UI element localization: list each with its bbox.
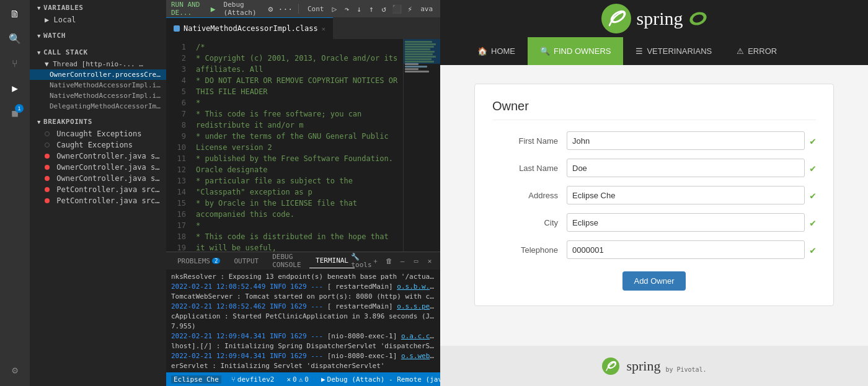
- terminal-trash-btn[interactable]: 🗑: [383, 255, 394, 266]
- bp-dot-pet-81: [45, 198, 50, 203]
- call-stack-frame-3[interactable]: NativeMethodAccessorImpl.invoke(Object, …: [30, 90, 166, 101]
- toolbar-sep-1: [298, 4, 299, 14]
- watch-arrow: ▼: [37, 33, 41, 39]
- bp-dot-owner-67: [45, 154, 50, 159]
- form-row-address: Address ✔: [492, 186, 816, 204]
- breakpoints-header[interactable]: ▼ BREAKPOINTS: [30, 114, 166, 128]
- minimap-content: [404, 39, 440, 74]
- bp-pet-81[interactable]: PetController.java src/main/java/or... 8…: [30, 195, 166, 206]
- terminal-tools-btn[interactable]: 🔧 tools: [356, 255, 367, 266]
- nav-error[interactable]: ⚠ ERROR: [724, 37, 789, 65]
- telephone-input[interactable]: [567, 240, 805, 259]
- bp-caught[interactable]: Caught Exceptions: [30, 139, 166, 151]
- terminal-actions: 🔧 tools ＋ 🗑 — ▭ ✕: [356, 255, 435, 266]
- call-stack-frame-1[interactable]: OwnerController.processCreationForm(Owne…: [30, 69, 166, 80]
- term-line-0: nksResolver : Exposing 13 endpoint(s) be…: [171, 272, 435, 282]
- term-line-8: 2022-02-21 12:09:04.341 INFO 1629 --- [n…: [171, 351, 435, 361]
- call-stack-frame-2[interactable]: NativeMethodAccessorImpl.invoke0(Method,…: [30, 80, 166, 90]
- watch-header[interactable]: ▼ WATCH: [30, 28, 166, 42]
- line-numbers: 12345 678910 1112131415 1617181920 21222…: [166, 39, 191, 252]
- debug-hotswap-btn[interactable]: ⚡: [405, 2, 414, 15]
- add-owner-button[interactable]: Add Owner: [622, 271, 685, 291]
- terminal-close-btn[interactable]: ✕: [424, 255, 435, 266]
- debug-continue-btn[interactable]: ▷: [330, 2, 339, 15]
- owner-form: Owner First Name ✔ Last Name ✔ Address: [474, 84, 834, 306]
- call-stack-thread[interactable]: ▼ Thread [http-nio-... PAUSED ON BREAKPO…: [30, 59, 166, 69]
- status-debug[interactable]: ▶ Debug (Attach) - Remote (java-spring-p…: [319, 375, 440, 384]
- debug-step-over-btn[interactable]: ↷: [342, 2, 351, 15]
- terminal-maximize-btn[interactable]: ▭: [410, 255, 422, 266]
- address-input[interactable]: [567, 186, 805, 204]
- code-editor[interactable]: 12345 678910 1112131415 1617181920 21222…: [166, 39, 440, 252]
- search-icon[interactable]: 🔍: [4, 27, 26, 50]
- term-line-1: 2022-02-21 12:08:52.449 INFO 1629 --- [ …: [171, 282, 435, 292]
- first-name-check: ✔: [810, 135, 816, 147]
- status-eclipse-item[interactable]: Eclipse Che: [171, 375, 221, 384]
- bp-dot-pet-78: [45, 187, 50, 192]
- spring-nav: 🏠 HOME 🔍 FIND OWNERS ☰ VETERINARIANS ⚠ E…: [440, 37, 868, 65]
- form-title: Owner: [492, 99, 816, 120]
- status-branch[interactable]: ⑂ devfilev2: [229, 375, 277, 384]
- status-errors[interactable]: ✕ 0 ⚠ 0: [284, 375, 311, 384]
- footer-logo: spring by Pivotal.: [601, 357, 706, 375]
- vets-icon: ☰: [636, 46, 643, 56]
- problems-tab[interactable]: PROBLEMS 2: [171, 253, 226, 268]
- telephone-wrap: ✔: [567, 240, 816, 259]
- terminal-add-btn[interactable]: ＋: [370, 255, 381, 266]
- first-name-input[interactable]: [567, 131, 805, 150]
- spring-panel: spring 🏠 HOME 🔍 FIND OWNERS ☰ VETERINARI…: [440, 0, 868, 386]
- last-name-check: ✔: [810, 162, 816, 174]
- code-content: /* * Copyright (c) 2001, 2013, Oracle an…: [191, 39, 403, 252]
- terminal-panel: PROBLEMS 2 OUTPUT DEBUG CONSOLE TERMINAL…: [166, 252, 440, 372]
- debug-step-into-btn[interactable]: ↓: [355, 2, 363, 15]
- debug-restart-btn[interactable]: ↺: [379, 2, 388, 15]
- bp-pet-78[interactable]: PetController.java src/main/java/or... 7…: [30, 184, 166, 195]
- spring-footer: spring by Pivotal.: [440, 346, 868, 386]
- debug-step-out-btn[interactable]: ↑: [367, 2, 376, 15]
- more-btn[interactable]: ···: [278, 2, 292, 15]
- call-stack-header[interactable]: ▼ CALL STACK: [30, 45, 166, 59]
- extensions2-icon[interactable]: ⚙: [4, 359, 26, 381]
- tab-bar: NativeMethodAccessorImpl.class ✕: [166, 17, 440, 39]
- term-line-2: TomcatWebServer : Tomcat started on port…: [171, 292, 435, 302]
- address-wrap: ✔: [567, 186, 816, 204]
- bp-owner-67[interactable]: OwnerController.java src/main/jav... 67: [30, 151, 166, 162]
- settings-btn[interactable]: ⚙: [266, 2, 275, 15]
- bp-owner-111[interactable]: OwnerController.java src/main/jav... 111: [30, 173, 166, 184]
- nav-veterinarians[interactable]: ☰ VETERINARIANS: [623, 37, 724, 65]
- city-label: City: [492, 218, 567, 227]
- debug-icon[interactable]: ▶: [4, 77, 26, 99]
- active-tab[interactable]: NativeMethodAccessorImpl.class ✕: [166, 17, 333, 39]
- debug-play-btn[interactable]: ▶: [209, 2, 218, 15]
- git-icon[interactable]: ⑂: [4, 52, 26, 74]
- extensions-icon[interactable]: ■: [4, 102, 26, 124]
- local-item[interactable]: ▶ Local: [30, 14, 166, 25]
- city-input[interactable]: [567, 213, 805, 232]
- debug-console-tab[interactable]: DEBUG CONSOLE: [266, 253, 308, 268]
- variables-header[interactable]: ▼ VARIABLES: [30, 0, 166, 14]
- city-check: ✔: [810, 217, 816, 229]
- output-tab[interactable]: OUTPUT: [228, 253, 265, 268]
- bp-dot-caught: [45, 143, 50, 147]
- term-line-6: 2022-02-21 12:09:04.341 INFO 1629 --- [n…: [171, 331, 435, 341]
- bp-owner-43[interactable]: OwnerController.java src/main/jav... 43: [30, 162, 166, 173]
- call-stack-frame-4[interactable]: DelegatingMethodAccessorImpl.invoke(Obje…: [30, 101, 166, 112]
- tab-close-icon[interactable]: ✕: [322, 25, 326, 32]
- top-toolbar: RUN AND DE... ▶ Debug (Attach) ⚙ ··· Con…: [166, 0, 440, 17]
- nav-home[interactable]: 🏠 HOME: [465, 37, 528, 65]
- breakpoints-arrow: ▼: [37, 119, 41, 125]
- nav-find-owners[interactable]: 🔍 FIND OWNERS: [528, 37, 623, 65]
- run-label: RUN AND DE...: [171, 1, 205, 17]
- last-name-input[interactable]: [567, 159, 805, 177]
- explorer-icon[interactable]: 🗎: [4, 2, 26, 25]
- term-line-7: lhost].[/] : Initializing Spring Dispatc…: [171, 341, 435, 351]
- city-wrap: ✔: [567, 213, 816, 232]
- debug-stop-btn[interactable]: ⬛: [392, 2, 402, 15]
- bp-dot-uncaught: [45, 131, 50, 136]
- bp-uncaught[interactable]: Uncaught Exceptions: [30, 128, 166, 139]
- terminal-content[interactable]: nksResolver : Exposing 13 endpoint(s) be…: [166, 270, 440, 372]
- terminal-minimize-btn[interactable]: —: [397, 255, 408, 266]
- first-name-wrap: ✔: [567, 131, 816, 150]
- terminal-tab[interactable]: TERMINAL: [309, 253, 355, 268]
- term-line-9: erServlet : Initializing Servlet 'dispat…: [171, 361, 435, 371]
